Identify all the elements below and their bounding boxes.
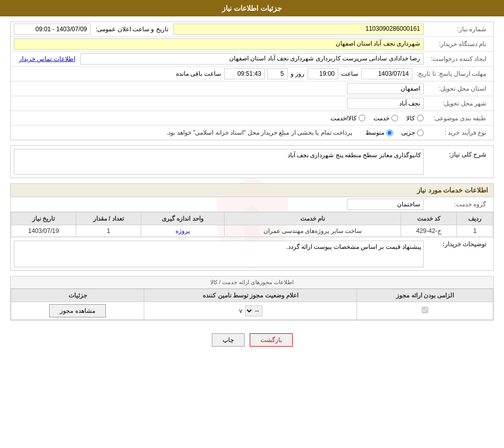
ostan-label: استان محل تحویل: (424, 85, 490, 92)
cell-radif: 1 (457, 225, 493, 237)
page-header: جزئیات اطلاعات نیاز (0, 0, 504, 16)
cell-tarikh: 1403/07/19 (11, 225, 76, 237)
radio-kala-khedmat-label: کالا/خدمت (331, 115, 357, 122)
tabaqeh-radio-group: کالا خدمت کالا/خدمت (331, 115, 424, 122)
ettelaat-tamas-link[interactable]: اطلاعات تماس خریدار (14, 55, 80, 62)
khedmat-section: اطلاعات خدمات مورد نیاز گروه خدمت: ساختم… (10, 183, 494, 271)
farayand-description: پرداخت تمام یا بخشی از مبلغ خریداز محل "… (166, 129, 357, 136)
nam-dastgah-label: نام دستگاه خریدار: (424, 40, 490, 48)
col-nam: نام خدمت (224, 212, 401, 225)
tabaqeh-row: طبقه بندی موضوعی: کالا خدمت کالا/خدمت (11, 111, 493, 125)
license-table: الزامی بودن ارائه مجوز اعلام وضعیت مجوز … (11, 289, 493, 320)
farayand-row: نوع فرآیند خرید : جزیی متوسط پرداخت تمام… (11, 125, 493, 140)
services-table: ردیف کد خدمت نام خدمت واحد اندازه گیری ت… (11, 212, 493, 237)
col-kod: کد خدمت (401, 212, 456, 225)
rooz-label: روز و (288, 70, 308, 77)
nam-dastgah-value: شهرداری نجف آباد استان اصفهان (14, 38, 424, 50)
elam-vaziat-select[interactable]: -- (245, 305, 262, 316)
buyer-notes-row: توضیحات خریدار: پیشنهاد قیمت بر اساس مشخ… (11, 237, 493, 270)
mohlat-row: مهلت ارسال پاسخ: تا تاریخ: 1403/07/14 سا… (11, 67, 493, 81)
elzami-cell (357, 302, 493, 320)
col-elzami: الزامی بودن ارائه مجوز (357, 289, 493, 302)
radio-jozi-label: جزیی (401, 129, 415, 136)
button-bar: بازگشت چاپ (10, 326, 494, 354)
mohlat-label: مهلت ارسال پاسخ: تا تاریخ: (412, 70, 490, 77)
col-tarikh: تاریخ نیاز (11, 212, 76, 225)
khedmat-section-header: اطلاعات خدمات مورد نیاز (11, 184, 493, 197)
mohlat-date-value: 1403/07/14 (361, 68, 412, 79)
farayand-radio-group: جزیی متوسط پرداخت تمام یا بخشی از مبلغ خ… (166, 129, 424, 136)
shahr-label: شهر محل تحویل: (424, 100, 490, 107)
mohlat-rooz-value: 5 (267, 68, 288, 79)
header-title: جزئیات اطلاعات نیاز (222, 4, 282, 12)
alan-saat-value: 1403/07/09 - 09:01 (14, 24, 91, 35)
cell-tedad: 1 (76, 225, 141, 237)
shahr-value: نجف آباد (347, 98, 424, 109)
ijad-label: ایجاد کننده درخواست: (424, 55, 490, 62)
cell-nam: ساخت سایر پروژه‌های مهندسی عمران (224, 225, 401, 237)
page-container: AnaTender.net جزئیات اطلاعات نیاز شماره … (0, 0, 504, 448)
elam-vaziat-cell: -- ∨ (144, 302, 357, 320)
buyer-notes-textarea[interactable]: پیشنهاد قیمت بر اساس مشخصات پیوست ارائه … (14, 241, 424, 267)
joziyat-cell: مشاهده مجوز (11, 302, 144, 320)
goroh-khedmat-value: ساختمان (347, 199, 424, 210)
sharh-row: شرح کلی نیاز: کانیوگذاری معابر سطح منطقه… (11, 146, 493, 178)
radio-jozi: جزیی (401, 129, 424, 136)
radio-mottasat-input[interactable] (386, 130, 393, 136)
print-button[interactable]: چاپ (212, 333, 245, 347)
col-vahed: واحد اندازه گیری (141, 212, 225, 225)
moshahedeh-mojoz-button[interactable]: مشاهده مجوز (49, 304, 105, 317)
shomare-niaz-value: 1103090286000161 (173, 24, 424, 35)
shahr-row: شهر محل تحویل: نجف آباد (11, 96, 493, 111)
radio-khedmat-input[interactable] (391, 115, 398, 121)
license-header-text: اطلاعات مجوزهای ارائه خدمت / کالا (210, 279, 294, 285)
license-section: اطلاعات مجوزهای ارائه خدمت / کالا الزامی… (10, 276, 494, 321)
sharh-label: شرح کلی نیاز: (424, 149, 490, 158)
ostan-value: اصفهان (347, 83, 424, 94)
shomare-niaz-row: شماره نیاز: 1103090286000161 تاریخ و ساع… (11, 22, 493, 37)
radio-kala-label: کالا (406, 115, 415, 122)
saat-label: ساعت (338, 70, 361, 77)
table-row: 1 ج-42-429 ساخت سایر پروژه‌های مهندسی عم… (11, 225, 493, 237)
license-header: اطلاعات مجوزهای ارائه خدمت / کالا (11, 276, 493, 289)
basic-info-section: شماره نیاز: 1103090286000161 تاریخ و ساع… (10, 22, 494, 140)
sharh-section: شرح کلی نیاز: کانیوگذاری معابر سطح منطقه… (10, 145, 494, 178)
ijad-value: رضا خدادادی سادانی سرپرست کاربرداری شهرد… (80, 53, 424, 65)
elzami-checkbox[interactable] (422, 307, 428, 313)
col-radif: ردیف (457, 212, 493, 225)
radio-mottasat: متوسط (365, 129, 393, 136)
goroh-khedmat-row: گروه خدمت: ساختمان (11, 197, 493, 212)
services-table-container: ردیف کد خدمت نام خدمت واحد اندازه گیری ت… (11, 212, 493, 237)
col-joziyat: جزئیات (11, 289, 144, 302)
mohlat-saat-value: 19:00 (308, 68, 338, 79)
goroh-khedmat-label: گروه خدمت: (424, 201, 490, 208)
radio-kala-khedmat: کالا/خدمت (331, 115, 365, 122)
radio-khedmat: خدمت (374, 115, 398, 122)
nam-dastgah-row: نام دستگاه خریدار: شهرداری نجف آباد استا… (11, 37, 493, 52)
radio-khedmat-label: خدمت (374, 115, 389, 122)
back-button[interactable]: بازگشت (250, 333, 293, 347)
radio-mottasat-label: متوسط (365, 129, 384, 136)
radio-kala-khedmat-input[interactable] (359, 115, 365, 121)
sharh-textarea[interactable]: کانیوگذاری معابر سطح منطقه پنج شهرداری ن… (14, 149, 424, 175)
farayand-label: نوع فرآیند خرید : (424, 129, 490, 136)
radio-kala: کالا (406, 115, 424, 122)
ostan-row: استان محل تحویل: اصفهان (11, 81, 493, 96)
ijad-row: ایجاد کننده درخواست: رضا خدادادی سادانی … (11, 52, 493, 67)
mohlat-remaining-value: 09:51:43 (224, 68, 265, 79)
cell-vahed: پروژه (141, 225, 225, 237)
radio-jozi-input[interactable] (417, 130, 424, 136)
remaining-label: ساعت باقی مانده (173, 70, 224, 77)
tabaqeh-label: طبقه بندی موضوعی: (424, 115, 490, 122)
cell-kod: ج-42-429 (401, 225, 456, 237)
radio-kala-input[interactable] (417, 115, 424, 121)
alan-saat-label: تاریخ و ساعت اعلان عمومی: (91, 26, 173, 33)
shomare-niaz-label: شماره نیاز: (424, 26, 490, 33)
buyer-notes-label: توضیحات خریدار: (424, 241, 490, 248)
license-row: -- ∨ مشاهده مجوز (11, 302, 493, 320)
col-tedad: تعداد / مقدار (76, 212, 141, 225)
col-elam-vaziat: اعلام وضعیت مجوز توسط نامین کننده (144, 289, 357, 302)
